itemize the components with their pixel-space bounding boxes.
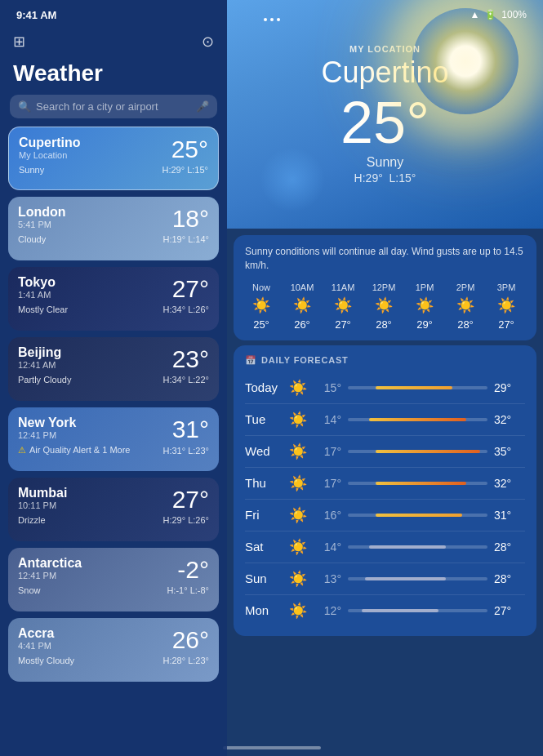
city-card[interactable]: Beijing 12:41 AM 23° Partly Cloudy H:34°… — [8, 337, 219, 401]
city-temp: 27° — [172, 486, 209, 514]
daily-bar — [376, 450, 480, 453]
daily-row: Tue ☀️ 14° 32° — [245, 404, 525, 436]
hourly-sun-icon: ☀️ — [416, 296, 434, 314]
wifi-icon: ▲ — [470, 9, 479, 20]
search-icon: 🔍 — [18, 100, 31, 113]
hourly-item: 3PM ☀️ 27° — [490, 282, 523, 331]
hero-hl: H:29° L:15° — [354, 171, 416, 185]
battery-percent: 100% — [501, 9, 527, 20]
home-indicator — [223, 746, 321, 749]
mic-icon[interactable]: 🎤 — [196, 100, 209, 113]
search-input[interactable] — [36, 100, 191, 113]
daily-bar — [376, 482, 466, 485]
city-card[interactable]: Cupertino My Location 25° Sunny H:29° L:… — [8, 127, 219, 190]
city-condition: Drizzle — [18, 515, 46, 525]
daily-day: Fri — [245, 508, 286, 522]
options-icon[interactable]: ⊙ — [202, 33, 214, 51]
sidebar-icon[interactable]: ⊞ — [13, 33, 25, 51]
daily-row: Sat ☀️ 14° 28° — [245, 531, 525, 563]
daily-day: Thu — [245, 476, 286, 490]
dot-2 — [270, 18, 274, 21]
daily-bar-container — [348, 418, 487, 421]
hourly-section: Sunny conditions will continue all day. … — [234, 235, 536, 340]
daily-bar-container — [348, 545, 487, 549]
dot-3 — [277, 18, 280, 21]
daily-row: Fri ☀️ 16° 31° — [245, 500, 525, 531]
daily-high: 27° — [494, 604, 525, 617]
city-hl: H:28° L:23° — [163, 656, 210, 665]
city-bottom: Cloudy H:19° L:14° — [18, 234, 209, 244]
hourly-sun-icon: ☀️ — [497, 296, 515, 314]
hero-condition: Sunny — [367, 155, 403, 170]
city-hl: H:34° L:22° — [163, 375, 210, 385]
search-bar[interactable]: 🔍 🎤 — [10, 95, 217, 118]
daily-bar-container — [348, 577, 487, 580]
hourly-temp: 28° — [376, 318, 392, 331]
hourly-label: 10AM — [291, 282, 314, 292]
daily-high: 28° — [494, 540, 525, 554]
daily-low: 17° — [310, 477, 341, 490]
daily-high: 31° — [494, 509, 525, 522]
city-card[interactable]: London 5:41 PM 18° Cloudy H:19° L:14° — [8, 197, 219, 260]
daily-low: 13° — [310, 572, 341, 585]
hourly-sun-icon: ☀️ — [334, 296, 352, 314]
hero-low: L:15° — [389, 171, 416, 185]
city-temp: 25° — [171, 136, 208, 163]
hero-temp: 25° — [340, 93, 430, 152]
daily-rows: Today ☀️ 15° 29° Tue ☀️ 14° 32° Wed ☀️ 1… — [245, 372, 525, 626]
daily-low: 16° — [310, 509, 341, 522]
daily-day: Tue — [245, 412, 286, 426]
hourly-temp: 25° — [253, 318, 269, 331]
city-condition: Cloudy — [18, 234, 46, 244]
hourly-temp: 26° — [294, 318, 310, 331]
status-time: 9:41 AM — [16, 9, 56, 21]
dots-indicator — [264, 18, 280, 21]
daily-day: Sun — [245, 571, 286, 585]
hourly-item: 10AM ☀️ 26° — [286, 282, 318, 331]
daily-bar-container — [348, 609, 487, 612]
city-bottom: Partly Cloudy H:34° L:22° — [18, 375, 209, 385]
daily-high: 32° — [494, 413, 525, 426]
calendar-icon: 📅 — [245, 355, 256, 366]
hero-section: MY LOCATION Cupertino 25° Sunny H:29° L:… — [227, 0, 543, 229]
city-card[interactable]: Mumbai 10:11 PM 27° Drizzle H:29° L:26° — [8, 478, 219, 541]
daily-bar — [369, 545, 446, 549]
daily-row: Wed ☀️ 17° 35° — [245, 436, 525, 468]
city-card[interactable]: Accra 4:41 PM 26° Mostly Cloudy H:28° L:… — [8, 618, 219, 682]
status-right: ▲ 🔋 100% — [470, 9, 527, 20]
city-temp: 31° — [172, 416, 209, 443]
city-bottom: ⚠Air Quality Alert & 1 More H:31° L:23° — [18, 445, 209, 456]
hourly-sun-icon: ☀️ — [252, 296, 270, 314]
daily-high: 35° — [494, 445, 525, 458]
city-bottom: Drizzle H:29° L:26° — [18, 515, 209, 525]
city-card[interactable]: Tokyo 1:41 AM 27° Mostly Clear H:34° L:2… — [8, 267, 219, 331]
daily-low: 17° — [310, 445, 341, 458]
city-hl: H:29° L:26° — [163, 515, 210, 525]
daily-high: 28° — [494, 572, 525, 585]
daily-header-label: DAILY FORECAST — [261, 355, 349, 365]
city-hl: H:34° L:26° — [163, 305, 210, 314]
daily-bar-container — [348, 386, 487, 389]
hourly-temp: 27° — [498, 318, 514, 331]
daily-bar — [376, 386, 452, 389]
city-card[interactable]: Antarctica 12:41 PM -2° Snow H:-1° L:-8° — [8, 548, 219, 611]
city-condition: Mostly Clear — [18, 305, 68, 314]
city-condition: Sunny — [19, 165, 44, 175]
hourly-scroll[interactable]: Now ☀️ 25° 10AM ☀️ 26° 11AM ☀️ 27° 12PM … — [245, 282, 525, 331]
hero-high: H:29° — [354, 171, 383, 185]
city-card[interactable]: New York 12:41 PM 31° ⚠Air Quality Alert… — [8, 407, 219, 471]
hourly-label: 3PM — [497, 282, 516, 292]
daily-bar-container — [348, 450, 487, 453]
daily-bar-container — [348, 482, 487, 485]
city-temp: 18° — [172, 205, 209, 233]
hourly-label: Now — [252, 282, 270, 292]
daily-bar — [365, 577, 446, 580]
hourly-item: 1PM ☀️ 29° — [408, 282, 441, 331]
daily-sun-icon: ☀️ — [286, 602, 310, 620]
daily-bar — [362, 609, 438, 612]
daily-sun-icon: ☀️ — [286, 506, 310, 524]
city-hl: H:31° L:23° — [163, 446, 210, 456]
hourly-label: 11AM — [332, 282, 355, 292]
dot-1 — [264, 18, 267, 21]
daily-sun-icon: ☀️ — [286, 570, 310, 588]
